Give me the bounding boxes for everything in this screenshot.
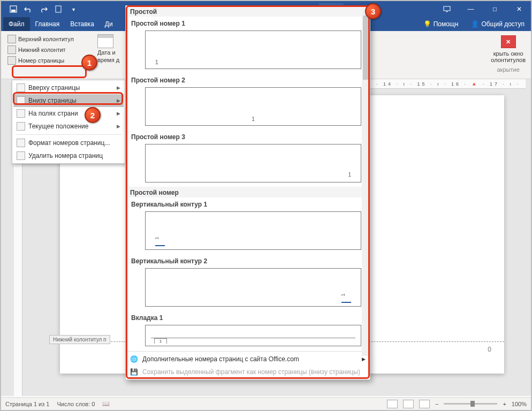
gallery-item-5-title: Вертикальный контур 2 bbox=[129, 254, 367, 267]
gallery-section-simple-number: Простой номер bbox=[128, 187, 368, 197]
remove-icon bbox=[17, 151, 25, 160]
svg-rect-2 bbox=[56, 6, 61, 12]
tab-insert[interactable]: Вставка bbox=[65, 17, 100, 31]
submenu-margins-label: На полях страни bbox=[28, 110, 78, 117]
zoom-out-button[interactable]: − bbox=[435, 401, 438, 407]
header-footer-group: Верхний колонтитул Нижний колонтит Номер… bbox=[6, 34, 92, 65]
thumb-number: 1 bbox=[252, 116, 255, 122]
datetime-label1: Дата и bbox=[97, 49, 119, 56]
ribbon-options-icon[interactable] bbox=[435, 1, 459, 17]
thumb-vmark bbox=[155, 240, 165, 246]
annotation-badge-1: 1 bbox=[81, 55, 97, 71]
gallery-item-3[interactable]: 1 bbox=[145, 144, 361, 182]
page-number-label: Номер страницы bbox=[18, 57, 64, 64]
scrollbar-thumb[interactable] bbox=[363, 16, 368, 80]
svg-rect-3 bbox=[444, 6, 450, 11]
close-button[interactable]: ✕ bbox=[507, 1, 531, 17]
redo-icon[interactable] bbox=[39, 4, 48, 14]
current-pos-icon bbox=[17, 122, 25, 131]
submenu-format-label: Формат номеров страниц... bbox=[28, 139, 110, 147]
page-bottom-icon bbox=[17, 96, 25, 105]
zoom-slider[interactable] bbox=[444, 403, 497, 405]
format-icon bbox=[17, 139, 25, 147]
header-button[interactable]: Верхний колонтитул bbox=[6, 34, 92, 44]
submenu-current-label: Текущее положение bbox=[28, 123, 88, 130]
gallery-item-4-title: Вертикальный контур 1 bbox=[129, 197, 367, 210]
status-language-icon[interactable]: 📖 bbox=[102, 400, 110, 407]
new-doc-icon[interactable] bbox=[54, 4, 63, 14]
submenu-current-position[interactable]: Текущее положение▶ bbox=[13, 120, 124, 133]
gallery-save-label: Сохранить выделенный фрагмент как номер … bbox=[142, 368, 360, 376]
page-number-button[interactable]: Номер страницы▾ bbox=[6, 56, 92, 65]
gallery-item-4[interactable] bbox=[145, 211, 361, 250]
gallery-scrollbar[interactable] bbox=[362, 8, 369, 356]
save-icon[interactable] bbox=[9, 4, 18, 14]
gallery-item-2-title: Простой номер 2 bbox=[129, 73, 367, 86]
submenu-top-of-page[interactable]: Вверху страницы▶ bbox=[13, 81, 124, 94]
view-web-layout[interactable] bbox=[419, 400, 430, 408]
footer-icon bbox=[7, 45, 16, 54]
ruler-right-segment: 13 · ı · 14 · ı · 15 · ı · 16 · 🔺 · 17 ·… bbox=[349, 81, 520, 87]
page-number-submenu: Вверху страницы▶ Внизу страницы▶ На поля… bbox=[12, 80, 125, 164]
share-button[interactable]: 👤 Общий доступ bbox=[465, 17, 531, 31]
minimize-button[interactable]: — bbox=[459, 1, 483, 17]
date-time-group: Дата и время д bbox=[97, 34, 119, 63]
close-group-label: акрытие bbox=[491, 66, 526, 73]
gallery-item-3-title: Простой номер 3 bbox=[129, 130, 367, 143]
close-hf-button[interactable]: ✕ bbox=[501, 35, 516, 48]
thumb-number: 1 bbox=[155, 59, 158, 65]
gallery-item-2[interactable]: 1 bbox=[145, 87, 361, 126]
page-top-icon bbox=[17, 83, 25, 92]
status-word-count[interactable]: Число слов: 0 bbox=[57, 401, 95, 407]
view-print-layout[interactable] bbox=[403, 400, 414, 408]
footer-page-number: 0 bbox=[488, 346, 491, 353]
footer-button[interactable]: Нижний колонтит bbox=[6, 45, 92, 55]
calendar-icon[interactable] bbox=[97, 34, 113, 48]
status-page[interactable]: Страница 1 из 1 bbox=[5, 401, 49, 407]
submenu-page-margins[interactable]: На полях страни▶ bbox=[13, 107, 124, 120]
submenu-bottom-of-page[interactable]: Внизу страницы▶ bbox=[13, 94, 124, 107]
thumb-tabline bbox=[151, 338, 355, 338]
header-icon bbox=[7, 35, 16, 43]
submenu-remove-label: Удалить номера страниц bbox=[28, 152, 103, 159]
submenu-format-numbers[interactable]: Формат номеров страниц... bbox=[13, 136, 124, 149]
zoom-in-button[interactable]: + bbox=[503, 401, 506, 407]
tab-file[interactable]: Файл bbox=[3, 17, 30, 31]
annotation-badge-2: 2 bbox=[85, 107, 101, 123]
page-number-icon bbox=[7, 56, 16, 65]
gallery-save-selection: 💾Сохранить выделенный фрагмент как номер… bbox=[126, 366, 370, 378]
tell-me[interactable]: 💡 Помощн bbox=[417, 17, 465, 31]
gallery-section-simple: Простой bbox=[128, 6, 368, 17]
close-hf-label1: крыть окно bbox=[491, 50, 526, 57]
chevron-right-icon: ▶ bbox=[117, 98, 120, 103]
footer-section-tab: Нижний колонтитул п bbox=[49, 335, 110, 344]
thumb-tabbox: 1 bbox=[154, 338, 167, 344]
share-label: Общий доступ bbox=[481, 20, 525, 28]
datetime-label2: время д bbox=[97, 57, 119, 63]
gallery-more-office[interactable]: 🌐Дополнительные номера страниц с сайта O… bbox=[126, 353, 370, 366]
status-bar: Страница 1 из 1 Число слов: 0 📖 − + 100% bbox=[1, 397, 531, 410]
thumb-number: 1 bbox=[348, 172, 351, 178]
gallery-item-5[interactable] bbox=[145, 268, 361, 307]
submenu-remove-numbers[interactable]: Удалить номера страниц bbox=[13, 149, 124, 162]
submenu-top-label: Вверху страницы bbox=[28, 84, 80, 92]
tab-home[interactable]: Главная bbox=[30, 17, 65, 31]
view-read-mode[interactable] bbox=[387, 400, 398, 408]
chevron-right-icon: ▶ bbox=[117, 111, 120, 116]
gallery-scroll[interactable]: Простой Простой номер 1 1 Простой номер … bbox=[126, 6, 370, 351]
gallery-item-6[interactable]: 1 bbox=[145, 325, 361, 346]
gallery-item-6-title: Вкладка 1 bbox=[129, 311, 367, 324]
zoom-value[interactable]: 100% bbox=[512, 401, 527, 407]
maximize-button[interactable]: □ bbox=[483, 1, 507, 17]
gallery-item-1-title: Простой номер 1 bbox=[129, 17, 367, 29]
page-margins-icon bbox=[17, 109, 25, 118]
undo-icon[interactable] bbox=[24, 4, 33, 14]
gallery-footer: 🌐Дополнительные номера страниц с сайта O… bbox=[126, 351, 370, 379]
close-hf-label2: олонтитулов bbox=[491, 57, 526, 63]
qat-customize-icon[interactable]: ▾ bbox=[69, 4, 78, 14]
quick-access-toolbar: ▾ bbox=[1, 4, 78, 14]
gallery-item-1[interactable]: 1 bbox=[145, 31, 361, 69]
bulb-icon: 💡 bbox=[423, 20, 431, 28]
menu-separator bbox=[16, 134, 121, 135]
tab-design[interactable]: Ди bbox=[100, 17, 118, 31]
